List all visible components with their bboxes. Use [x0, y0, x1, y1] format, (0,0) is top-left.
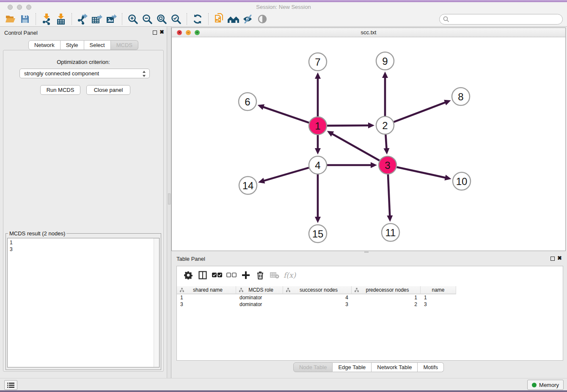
add-column-icon[interactable]	[239, 269, 253, 282]
delete-table-icon[interactable]	[267, 269, 282, 282]
table-cell[interactable]: 3	[177, 301, 236, 308]
tab-mcds[interactable]: MCDS	[111, 40, 138, 50]
show-all-icon[interactable]	[256, 13, 269, 25]
edge-2-to-3[interactable]	[383, 135, 389, 155]
graph-node-7[interactable]: 7	[309, 53, 327, 71]
gear-icon[interactable]	[181, 269, 195, 282]
memory-button[interactable]: Memory	[527, 380, 564, 390]
close-panel-button[interactable]: Close panel	[86, 85, 130, 95]
hide-selected-icon[interactable]	[242, 13, 254, 25]
tab-network[interactable]: Network	[28, 40, 61, 50]
deselect-all-icon[interactable]	[224, 269, 239, 282]
delete-column-icon[interactable]	[253, 269, 267, 282]
search-box[interactable]	[439, 14, 563, 25]
search-input[interactable]	[451, 16, 559, 22]
table-cell[interactable]: 1	[421, 294, 456, 301]
table-cell[interactable]: dominator	[236, 301, 283, 308]
column-layout-icon[interactable]	[195, 269, 210, 282]
tab-style[interactable]: Style	[61, 40, 84, 50]
open-session-icon[interactable]	[4, 13, 17, 25]
table-cell[interactable]: 4	[283, 294, 352, 301]
edge-3-to-1[interactable]	[327, 131, 380, 160]
result-scrollbar[interactable]	[154, 238, 159, 367]
graph-node-14[interactable]: 14	[239, 177, 257, 194]
edge-1-to-4[interactable]	[315, 135, 321, 155]
network-zoom-button[interactable]: +	[195, 30, 200, 35]
criterion-select[interactable]: strongly connected component	[19, 69, 150, 78]
clone-network-icon[interactable]	[213, 13, 226, 25]
window-zoom-button[interactable]	[26, 5, 31, 10]
table-row[interactable]: 3dominator323	[177, 301, 456, 308]
refresh-icon[interactable]	[191, 13, 204, 25]
table-cell[interactable]: 1	[177, 294, 236, 301]
graph-node-4[interactable]: 4	[309, 156, 327, 174]
zoom-fit-icon[interactable]	[155, 13, 168, 25]
edge-1-to-6[interactable]	[258, 104, 309, 122]
tab-select[interactable]: Select	[84, 40, 111, 50]
edge-3-to-10[interactable]	[396, 167, 451, 181]
network-minimize-button[interactable]: −	[186, 30, 191, 35]
edge-2-to-9[interactable]	[382, 72, 388, 116]
export-image-icon[interactable]	[105, 13, 118, 25]
column-label: MCDS role	[245, 287, 283, 293]
edge-3-to-11[interactable]	[387, 174, 393, 222]
tab-network-table[interactable]: Network Table	[372, 362, 418, 372]
save-session-icon[interactable]	[19, 13, 31, 25]
column-header-shared-name[interactable]: shared name	[177, 286, 236, 294]
vertical-splitter[interactable]	[167, 27, 171, 378]
tab-motifs[interactable]: Motifs	[418, 362, 444, 372]
close-panel-icon[interactable]: ✖	[557, 255, 562, 261]
table-row[interactable]: 1dominator411	[177, 294, 456, 301]
table-cell[interactable]: 3	[421, 301, 456, 308]
window-minimize-button[interactable]	[17, 5, 22, 10]
tab-edge-table[interactable]: Edge Table	[333, 362, 372, 372]
graph-node-3[interactable]: 3	[379, 156, 396, 174]
edge-4-to-14[interactable]	[258, 168, 309, 183]
graph-node-1[interactable]: 1	[309, 117, 327, 135]
graph-node-2[interactable]: 2	[376, 116, 394, 134]
zoom-selected-icon[interactable]	[170, 13, 182, 25]
task-history-button[interactable]	[4, 380, 17, 390]
import-network-icon[interactable]	[40, 13, 53, 25]
window-close-button[interactable]	[8, 5, 13, 10]
column-header-successor-nodes[interactable]: successor nodes	[283, 286, 352, 294]
splitter-handle[interactable]	[168, 193, 171, 204]
graph-node-6[interactable]: 6	[239, 93, 256, 110]
table-body: 1dominator4113dominator323	[177, 294, 456, 308]
edge-1-to-2[interactable]	[327, 122, 374, 128]
close-panel-icon[interactable]: ✖	[160, 29, 164, 35]
graph-node-9[interactable]: 9	[376, 52, 394, 70]
first-neighbors-icon[interactable]	[227, 13, 240, 25]
function-builder-icon[interactable]: f(x)	[284, 271, 296, 279]
graph-node-11[interactable]: 11	[382, 224, 399, 241]
column-type-icon	[239, 288, 243, 292]
export-table-icon[interactable]	[91, 13, 103, 25]
graph-node-10[interactable]: 10	[453, 172, 471, 190]
table-cell[interactable]: dominator	[236, 294, 283, 301]
graph-node-15[interactable]: 15	[309, 225, 327, 243]
column-label: predecessor nodes	[361, 287, 420, 293]
table-cell[interactable]: 1	[352, 294, 421, 301]
column-header-predecessor-nodes[interactable]: predecessor nodes	[352, 286, 421, 294]
edge-4-to-3[interactable]	[327, 162, 377, 168]
float-panel-icon[interactable]	[550, 257, 555, 261]
network-canvas[interactable]: 7968124314101511	[172, 37, 565, 251]
tab-node-table[interactable]: Node Table	[293, 362, 333, 372]
select-all-icon[interactable]	[210, 269, 224, 282]
import-table-icon[interactable]	[55, 13, 67, 25]
table-cell[interactable]: 2	[352, 301, 421, 308]
zoom-out-icon[interactable]	[141, 13, 154, 25]
edge-1-to-7[interactable]	[315, 72, 321, 116]
run-mcds-button[interactable]: Run MCDS	[40, 85, 80, 95]
export-network-icon[interactable]	[76, 13, 89, 25]
table-cell[interactable]: 3	[283, 301, 352, 308]
zoom-in-icon[interactable]	[127, 13, 139, 25]
column-header-MCDS-role[interactable]: MCDS role	[236, 286, 283, 294]
edge-2-to-8[interactable]	[394, 100, 451, 122]
column-type-icon	[180, 288, 184, 292]
column-header-name[interactable]: name	[421, 286, 456, 294]
graph-node-8[interactable]: 8	[452, 88, 470, 105]
network-close-button[interactable]: ✕	[177, 30, 182, 35]
edge-4-to-15[interactable]	[315, 174, 321, 223]
float-panel-icon[interactable]	[153, 30, 157, 35]
